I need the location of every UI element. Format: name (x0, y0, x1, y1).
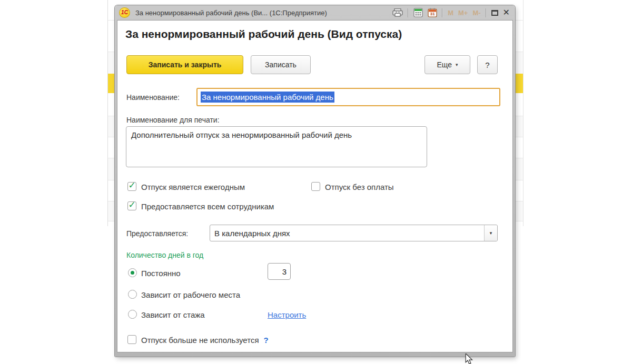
depends-on-seniority-radio[interactable] (128, 310, 137, 319)
titlebar-separator (486, 8, 487, 17)
vacation-type-dialog: 1С За ненормированный рабочий день (Ви..… (115, 5, 515, 357)
maximize-button[interactable] (491, 10, 498, 16)
close-button[interactable]: ✕ (503, 8, 510, 17)
annual-vacation-label[interactable]: Отпуск является ежегодным (141, 183, 245, 192)
page-title: За ненормированный рабочий день (Вид отп… (125, 28, 402, 41)
unpaid-vacation-checkbox[interactable] (311, 182, 320, 191)
maximize-icon (491, 10, 498, 16)
help-hint-icon[interactable]: ? (264, 336, 269, 345)
chevron-down-icon: ▾ (456, 62, 458, 67)
check-icon: ✓ (128, 200, 135, 209)
all-employees-label[interactable]: Предоставляется всем сотрудникам (141, 202, 274, 211)
all-employees-checkbox[interactable]: ✓ (127, 201, 136, 210)
titlebar-icons: 31 M M+ M- ✕ (392, 8, 510, 17)
provided-in-dropdown-button[interactable]: ▾ (484, 225, 497, 241)
days-per-year-section-label: Количество дней в год (126, 250, 203, 260)
save-and-close-button[interactable]: Записать и закрыть (126, 55, 243, 74)
constant-radio[interactable] (128, 268, 137, 277)
save-button[interactable]: Записать (251, 55, 311, 74)
dialog-content: За ненормированный рабочий день (Вид отп… (117, 20, 513, 352)
titlebar[interactable]: 1С За ненормированный рабочий день (Ви..… (117, 5, 513, 20)
radio-dot-icon (131, 271, 134, 275)
check-icon: ✓ (128, 181, 135, 190)
print-icon[interactable] (392, 8, 403, 17)
constant-radio-label[interactable]: Постоянно (141, 269, 181, 278)
provided-in-value: В календарных днях (210, 225, 484, 241)
window-title: За ненормированный рабочий день (Ви... (… (135, 9, 327, 17)
mouse-cursor (464, 353, 473, 364)
memory-recall-button: M (448, 9, 453, 17)
provided-in-select[interactable]: В календарных днях ▾ (210, 225, 498, 241)
memory-plus-button: M+ (458, 9, 468, 17)
titlebar-separator (442, 8, 443, 17)
print-name-textarea[interactable]: Дополнительный отпуск за ненормированный… (126, 126, 427, 167)
depends-on-workplace-radio[interactable] (128, 290, 137, 299)
configure-link[interactable]: Настроить (268, 310, 306, 319)
not-used-checkbox[interactable] (127, 335, 136, 344)
not-used-label[interactable]: Отпуск больше не используется? (141, 336, 269, 345)
name-input[interactable]: За ненормированный рабочий день (196, 88, 500, 106)
days-count-input[interactable]: 3 (268, 263, 291, 280)
depends-on-seniority-label[interactable]: Зависит от стажа (141, 310, 205, 320)
unpaid-vacation-label[interactable]: Отпуск без оплаты (325, 183, 394, 192)
chevron-down-icon: ▾ (490, 230, 492, 236)
name-input-selected-text: За ненормированный рабочий день (201, 92, 334, 103)
print-name-label: Наименование для печати: (126, 115, 220, 125)
titlebar-separator (408, 8, 409, 17)
help-button[interactable]: ? (477, 55, 498, 74)
annual-vacation-checkbox[interactable]: ✓ (127, 182, 136, 191)
provided-in-label: Предоставляется: (126, 229, 188, 238)
memory-minus-button: M- (472, 9, 480, 17)
1c-logo-icon: 1С (119, 7, 130, 18)
more-button[interactable]: Еще ▾ (424, 55, 470, 74)
calculator-icon[interactable] (413, 8, 423, 17)
depends-on-workplace-label[interactable]: Зависит от рабочего места (141, 290, 240, 300)
calendar-day-label: 31 (428, 12, 437, 16)
calendar-icon[interactable]: 31 (428, 8, 437, 17)
name-label: Наименование: (126, 93, 180, 102)
